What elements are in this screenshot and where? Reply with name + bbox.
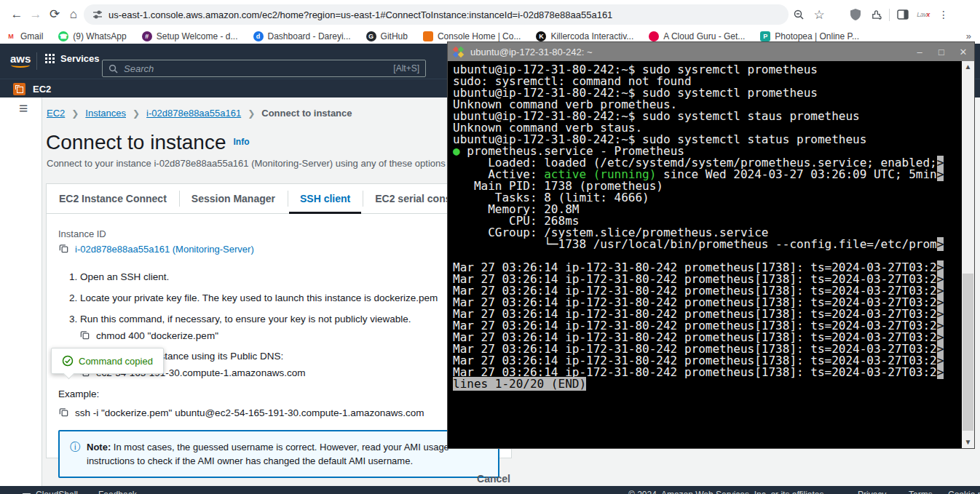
copy-chmod-command-icon[interactable] xyxy=(79,330,91,341)
console-footer: >_CloudShell Feedback © 2024, Amazon Web… xyxy=(0,486,980,494)
bookmark-label: (9) WhatsApp xyxy=(73,31,126,41)
bookmark-item[interactable]: #Setup Welcome - d... xyxy=(142,31,238,41)
sidebar-menu-icon[interactable]: ≡ xyxy=(19,100,28,117)
terminal-scrollbar[interactable]: ▲ ▼ xyxy=(962,61,974,448)
breadcrumb-separator: ❯ xyxy=(133,108,140,119)
zoom-icon[interactable] xyxy=(789,9,809,20)
chmod-command: chmod 400 "dockerize.pem" xyxy=(96,330,218,341)
console-search-input[interactable]: Search [Alt+S] xyxy=(102,60,426,77)
bookmark-item[interactable]: MGmail xyxy=(6,31,43,41)
tab-ssh-client[interactable]: SSH client xyxy=(288,184,363,213)
bookmark-item[interactable]: KKillercoda Interactiv... xyxy=(536,31,633,41)
bookmark-favicon: K xyxy=(536,31,546,41)
bookmark-label: Killercoda Interactiv... xyxy=(550,31,633,41)
bookmark-label: Dashboard - Dareyi... xyxy=(268,31,351,41)
breadcrumb-instances[interactable]: Instances xyxy=(85,108,126,119)
terminal-output[interactable]: ubuntu@ip-172-31-80-242:~$ sudo sysremct… xyxy=(448,61,962,448)
page-title: Connect to instanceInfo xyxy=(46,131,250,154)
scroll-up-icon[interactable]: ▲ xyxy=(962,61,974,73)
scrollbar-thumb[interactable] xyxy=(963,274,973,431)
breadcrumb-separator: ❯ xyxy=(248,108,255,119)
bookmark-item[interactable]: Console Home | Co... xyxy=(423,31,521,41)
breadcrumb: EC2 ❯ Instances ❯ i-02d878e88aa55a161 ❯ … xyxy=(47,108,352,119)
feedback-link[interactable]: Feedback xyxy=(98,490,137,494)
home-icon[interactable]: ⌂ xyxy=(64,5,83,24)
screen: ← → ⟳ ⌂ us-east-1.console.aws.amazon.com… xyxy=(0,0,980,494)
collapsed-sidebar xyxy=(0,97,42,486)
connect-tabs: EC2 Instance Connect Session Manager SSH… xyxy=(47,184,511,214)
check-circle-icon xyxy=(62,355,74,367)
scroll-down-icon[interactable]: ▼ xyxy=(962,437,974,448)
lavx-extension-icon[interactable]: Lavx xyxy=(913,11,933,18)
terminal-titlebar[interactable]: ubuntu@ip-172-31-80-242: ~ – □ ✕ xyxy=(448,42,974,61)
bookmark-favicon: ☎ xyxy=(58,31,68,41)
extensions-icon[interactable] xyxy=(866,9,886,20)
bookmark-item[interactable]: GGitHub xyxy=(366,31,408,41)
bookmarks-list: MGmail☎(9) WhatsApp#Setup Welcome - d...… xyxy=(6,31,874,41)
bookmark-label: Gmail xyxy=(20,31,43,41)
address-bar[interactable]: us-east-1.console.aws.amazon.com/ec2/hom… xyxy=(84,4,789,25)
note-text: Note: In most cases, the guessed usernam… xyxy=(87,440,488,468)
bookmark-label: Setup Welcome - d... xyxy=(157,31,238,41)
bookmark-item[interactable]: PPhotopea | Online P... xyxy=(760,31,859,41)
aws-logo[interactable]: aws xyxy=(10,52,31,65)
info-circle-icon: ⓘ xyxy=(70,440,80,468)
breadcrumb-ec2[interactable]: EC2 xyxy=(47,108,65,119)
browser-menu-icon[interactable]: ⋮ xyxy=(933,9,954,20)
terminal-title: ubuntu@ip-172-31-80-242: ~ xyxy=(470,47,909,57)
breadcrumb-instance-id[interactable]: i-02d878e88aa55a161 xyxy=(146,108,241,119)
bookmark-label: Photopea | Online P... xyxy=(775,31,859,41)
bookmark-item[interactable]: A Cloud Guru - Get... xyxy=(649,31,745,41)
tab-session-manager[interactable]: Session Manager xyxy=(179,184,288,213)
command-copied-tooltip: Command copied xyxy=(51,348,164,374)
shield-extension-icon[interactable] xyxy=(845,9,866,20)
site-settings-icon[interactable] xyxy=(92,9,103,20)
ec2-app-label[interactable]: EC2 xyxy=(33,84,51,95)
bookmark-label: GitHub xyxy=(381,31,408,41)
bookmark-label: Console Home | Co... xyxy=(438,31,521,41)
bookmark-favicon: G xyxy=(366,31,376,41)
ssh-command: ssh -i "dockerize.pem" ubuntu@ec2-54-165… xyxy=(75,407,424,418)
bookmark-favicon xyxy=(649,31,659,41)
tooltip-text: Command copied xyxy=(79,356,153,367)
bookmark-item[interactable]: dDashboard - Dareyi... xyxy=(253,31,351,41)
page-subtitle: Connect to your instance i-02d878e88aa55… xyxy=(47,158,446,169)
terminal-line: lines 1-20/20 (END) xyxy=(453,378,962,390)
toolbar-separator xyxy=(889,9,890,21)
maximize-button[interactable]: □ xyxy=(930,47,952,57)
cloudshell-link[interactable]: >_CloudShell xyxy=(22,490,78,494)
breadcrumb-separator: ❯ xyxy=(71,108,79,119)
info-link[interactable]: Info xyxy=(234,137,250,147)
url-text: us-east-1.console.aws.amazon.com/ec2/hom… xyxy=(108,9,612,20)
copy-ssh-command-icon[interactable] xyxy=(58,407,70,418)
bookmark-label: A Cloud Guru - Get... xyxy=(663,31,745,41)
search-shortcut: [Alt+S] xyxy=(393,63,419,73)
instance-id-link[interactable]: i-02d878e88aa55a161 (Monitoring-Server) xyxy=(75,244,254,255)
cancel-button[interactable]: Cancel xyxy=(475,470,512,487)
bookmarks-overflow-icon[interactable]: » xyxy=(966,31,971,41)
close-button[interactable]: ✕ xyxy=(952,47,974,57)
ec2-service-icon[interactable] xyxy=(13,83,25,95)
services-menu[interactable]: Services xyxy=(45,53,100,64)
cookie-preferences-link[interactable]: Cookie preferences xyxy=(948,490,980,494)
bookmark-favicon: d xyxy=(253,31,264,41)
side-panel-icon[interactable] xyxy=(893,9,913,20)
reload-icon[interactable]: ⟳ xyxy=(45,5,64,24)
bookmark-item[interactable]: ☎(9) WhatsApp xyxy=(58,31,126,41)
back-icon[interactable]: ← xyxy=(7,5,26,24)
forward-icon[interactable]: → xyxy=(26,5,45,24)
terminal-line: └─1738 /usr/local/bin/prometheus --confi… xyxy=(453,239,962,250)
bookmark-favicon: P xyxy=(760,31,770,41)
instance-id-label: Instance ID xyxy=(58,228,499,239)
bookmark-star-icon[interactable]: ☆ xyxy=(809,7,829,23)
minimize-button[interactable]: – xyxy=(909,47,930,57)
browser-toolbar: ← → ⟳ ⌂ us-east-1.console.aws.amazon.com… xyxy=(0,0,980,29)
copyright-text: © 2024, Amazon Web Services, Inc. or its… xyxy=(628,490,826,494)
tab-ec2-instance-connect[interactable]: EC2 Instance Connect xyxy=(47,184,179,213)
terms-link[interactable]: Terms xyxy=(909,490,933,494)
services-grid-icon xyxy=(45,54,55,63)
search-placeholder: Search xyxy=(124,63,393,74)
privacy-link[interactable]: Privacy xyxy=(858,490,886,494)
copy-instance-id-icon[interactable] xyxy=(58,243,70,255)
step-2: 2. Locate your private key file. The key… xyxy=(69,292,499,304)
